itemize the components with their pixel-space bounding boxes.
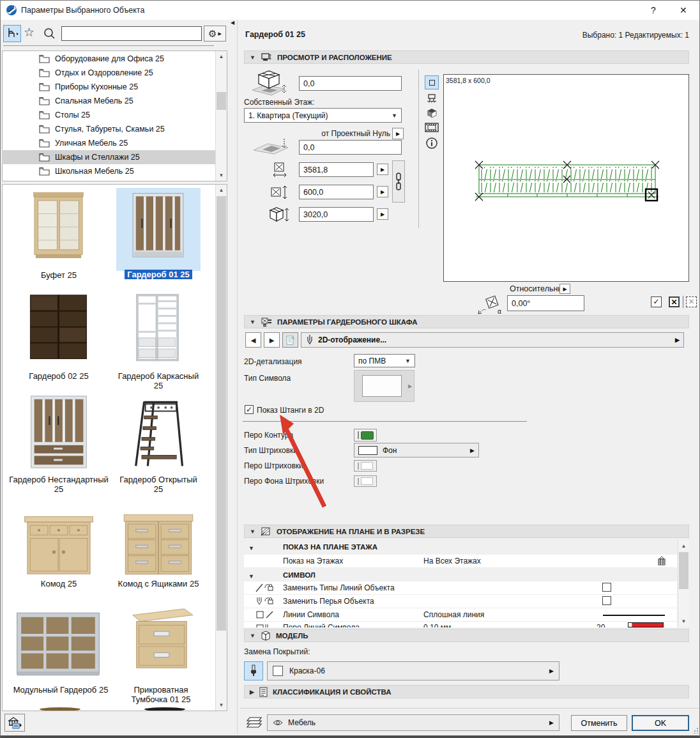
group-collapse-icon[interactable]: ▼ bbox=[248, 573, 254, 580]
width-flyout[interactable]: ▶ bbox=[377, 164, 388, 175]
search-input[interactable] bbox=[61, 26, 202, 41]
table-scrollbar[interactable]: ▲ ▼ bbox=[678, 541, 689, 627]
height-flyout[interactable]: ▶ bbox=[377, 208, 388, 220]
search-icon[interactable] bbox=[43, 27, 56, 40]
thumbnail-item[interactable] bbox=[18, 504, 100, 580]
folder-icon bbox=[39, 111, 50, 119]
symbol-type-preview[interactable]: ▶ bbox=[354, 370, 415, 402]
depth-flyout[interactable]: ▶ bbox=[377, 186, 388, 197]
tree-item[interactable]: Стулья, Табуреты, Скамьи 25 bbox=[2, 122, 215, 136]
page-selector-value: 2D-отображение... bbox=[318, 335, 386, 344]
preview-canvas[interactable]: 3581,8 x 600,0 bbox=[443, 74, 689, 282]
object-type-button[interactable] bbox=[3, 25, 21, 42]
preview-info-button[interactable] bbox=[425, 137, 438, 150]
detail-level-select[interactable]: по ПМВ▼ bbox=[354, 354, 415, 367]
fill-bg-pen-button[interactable] bbox=[354, 475, 377, 487]
mirror-checkbox-checked[interactable]: ✓ bbox=[651, 296, 662, 307]
cancel-button[interactable]: Отменить bbox=[571, 715, 627, 731]
line-sample bbox=[603, 615, 665, 616]
flip-checkbox[interactable]: ✕ bbox=[669, 296, 680, 307]
close-button[interactable]: ✕ bbox=[680, 5, 687, 15]
tree-scroll-down[interactable]: ▼ bbox=[216, 170, 227, 181]
link-dimensions-button[interactable] bbox=[392, 160, 405, 203]
section-header-preview[interactable]: ▼ ПРОСМОТР И РАСПОЛОЖЕНИЕ bbox=[244, 50, 689, 64]
tree-item[interactable]: Шкафы и Стеллажи 25 bbox=[2, 150, 215, 164]
thumb-scroll-up[interactable]: ▲ bbox=[216, 185, 227, 196]
page-prev-button[interactable]: ◀ bbox=[245, 332, 261, 348]
tree-item[interactable]: Приборы Кухонные 25 bbox=[2, 80, 215, 94]
thumbnail-item[interactable] bbox=[22, 190, 95, 268]
tree-item-label: Стулья, Табуреты, Скамьи 25 bbox=[55, 125, 165, 134]
section-header-classification[interactable]: ▶ КЛАССИФИКАЦИЯ И СВОЙСТВА bbox=[244, 685, 689, 698]
thumb-scroll-down[interactable]: ▼ bbox=[216, 700, 227, 711]
relative-flyout[interactable]: ▶ bbox=[559, 284, 570, 294]
table-scroll-down[interactable]: ▼ bbox=[678, 616, 689, 627]
preview-animation-button[interactable] bbox=[425, 122, 439, 133]
section-header-model[interactable]: ▼ МОДЕЛЬ bbox=[244, 629, 689, 642]
preview-2d-button[interactable] bbox=[425, 75, 439, 89]
panel-splitter[interactable] bbox=[237, 20, 238, 734]
thumbnail-item[interactable] bbox=[119, 504, 198, 580]
page-list-button[interactable] bbox=[282, 332, 298, 348]
section-header-plan-display[interactable]: ▼ ОТОБРАЖЕНИЕ НА ПЛАНЕ И В РАЗРЕЗЕ bbox=[244, 525, 689, 538]
preview-3d-button[interactable] bbox=[426, 107, 438, 119]
help-button[interactable]: ? bbox=[651, 5, 656, 15]
table-row[interactable]: Линии Символа Сплошная линия bbox=[244, 608, 677, 622]
thumbnail-item[interactable] bbox=[121, 289, 195, 369]
favorites-star-button[interactable]: ☆ bbox=[24, 25, 34, 40]
preview-section-view-button[interactable] bbox=[426, 93, 438, 104]
tree-item[interactable]: Отдых и Оздоровление 25 bbox=[2, 66, 215, 80]
tree-item[interactable]: Спальная Мебель 25 bbox=[2, 94, 215, 108]
tree-scrollbar[interactable]: ▲ ▼ bbox=[215, 51, 227, 181]
thumbnail-item[interactable] bbox=[22, 289, 95, 369]
tree-scroll-up[interactable]: ▲ bbox=[216, 51, 227, 62]
depth-input[interactable] bbox=[299, 185, 374, 199]
pen-color-button[interactable] bbox=[628, 622, 664, 627]
panel-collapse-arrow[interactable]: ◀ bbox=[231, 20, 234, 26]
reference-level-flyout[interactable]: ▶ bbox=[392, 128, 404, 139]
thumbnail-item[interactable] bbox=[13, 603, 103, 680]
width-input[interactable] bbox=[299, 162, 374, 177]
page-next-button[interactable]: ▶ bbox=[264, 332, 280, 348]
elevation-bottom-input[interactable] bbox=[299, 140, 402, 155]
table-row[interactable]: Заменить Перья Объекта bbox=[244, 595, 677, 608]
elevation-top-input[interactable] bbox=[299, 76, 402, 91]
surface-dropdown[interactable]: Краска-06 ▶ bbox=[267, 661, 559, 680]
table-row-clipped[interactable]: Перо Линий Символа 0.10 мм 20 bbox=[244, 622, 677, 627]
tree-item[interactable]: Уличная Мебель 25 bbox=[2, 136, 215, 150]
section-header-parameters[interactable]: ▼ ПАРАМЕТРЫ ГАРДЕРОБНОГО ШКАФА bbox=[244, 315, 689, 328]
group-collapse-icon[interactable]: ▼ bbox=[248, 545, 254, 551]
resize-grip[interactable] bbox=[693, 728, 699, 734]
table-row[interactable]: Показ на Этажах На Всех Этажах bbox=[244, 555, 677, 568]
table-scroll-thumb[interactable] bbox=[679, 552, 689, 589]
thumb-scroll-thumb[interactable] bbox=[217, 196, 226, 631]
thumbnail-item[interactable] bbox=[18, 392, 100, 474]
thumbnail-item[interactable] bbox=[124, 392, 195, 474]
ok-button[interactable]: OK bbox=[632, 715, 689, 731]
fill-type-dropdown[interactable]: Фон ▶ bbox=[354, 443, 479, 457]
row-checkbox[interactable] bbox=[602, 583, 611, 592]
table-row[interactable]: Заменить Типы Линий Объекта bbox=[244, 581, 677, 595]
contour-pen-button[interactable] bbox=[354, 429, 377, 442]
tree-item[interactable]: Школьная Мебель 25 bbox=[2, 164, 215, 178]
rotation-angle-input[interactable] bbox=[507, 295, 584, 311]
settings-button[interactable]: ⚙▶ bbox=[204, 26, 226, 42]
model-height-input[interactable] bbox=[299, 207, 374, 222]
thumbnail-item-selected[interactable] bbox=[121, 190, 195, 268]
library-manager-button[interactable] bbox=[4, 714, 25, 732]
fill-pen-button[interactable] bbox=[354, 460, 377, 472]
thumbnail-scrollbar[interactable]: ▲ ▼ bbox=[215, 185, 227, 711]
page-selector-bar[interactable]: 2D-отображение... ▶ bbox=[301, 332, 684, 348]
layer-dropdown[interactable]: Мебель ▶ bbox=[267, 714, 559, 731]
ghost-checkbox[interactable]: ✕ bbox=[686, 296, 697, 307]
tree-scroll-thumb[interactable] bbox=[217, 92, 226, 110]
show-rod-checkbox[interactable]: ✓ bbox=[245, 405, 254, 414]
row-checkbox[interactable] bbox=[602, 596, 611, 605]
tree-item[interactable]: Оборудование для Офиса 25 bbox=[2, 52, 215, 66]
home-story-select[interactable]: 1. Квартира (Текущий)▼ bbox=[244, 108, 402, 123]
tree-item[interactable]: Столы 25 bbox=[2, 108, 215, 122]
pen-mark bbox=[358, 431, 359, 439]
paint-button[interactable] bbox=[244, 661, 263, 680]
thumbnail-item[interactable] bbox=[124, 599, 199, 680]
table-scroll-up[interactable]: ▲ bbox=[678, 541, 689, 551]
